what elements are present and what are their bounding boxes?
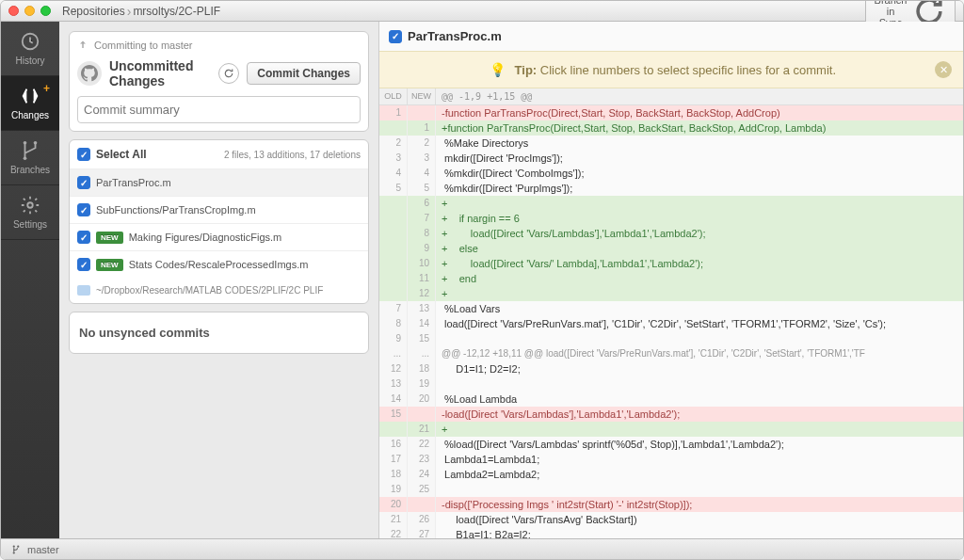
minimize-icon[interactable]	[24, 6, 35, 16]
unsynced-text: No unsynced commits	[79, 326, 210, 340]
maximize-icon[interactable]	[40, 6, 51, 16]
diff-body[interactable]: 1-function ParTransProc(Direct,Start, St…	[379, 105, 963, 538]
line-number-new[interactable]: 11	[408, 271, 436, 286]
line-number-old[interactable]: 8	[379, 316, 408, 331]
line-code: @@ -12,12 +18,11 @@ load([Direct 'Vars/P…	[436, 346, 963, 361]
sidebar-item-history[interactable]: History	[1, 22, 59, 76]
line-number-new[interactable]	[408, 105, 436, 120]
line-number-old[interactable]: 5	[379, 181, 408, 196]
select-all-checkbox[interactable]	[77, 148, 90, 161]
line-number-old[interactable]: 14	[379, 392, 408, 407]
line-number-old[interactable]	[379, 286, 408, 301]
line-number-new[interactable]: 1	[408, 120, 436, 136]
line-number-new[interactable]: 27	[408, 527, 436, 538]
breadcrumb-repo[interactable]: mrsoltys/2C-PLIF	[133, 5, 220, 18]
line-number-old[interactable]	[379, 196, 408, 211]
file-checkbox[interactable]	[77, 203, 90, 216]
plus-icon: +	[43, 82, 50, 95]
line-number-old[interactable]: 18	[379, 467, 408, 482]
line-number-old[interactable]: 4	[379, 166, 408, 181]
line-number-new[interactable]: ...	[408, 346, 436, 361]
file-checkbox[interactable]	[77, 176, 90, 189]
branch-name[interactable]: master	[27, 544, 59, 555]
col-old-label: OLD	[379, 88, 408, 104]
line-number-new[interactable]: 8	[408, 226, 436, 241]
file-checkbox[interactable]	[77, 258, 90, 271]
refresh-button[interactable]	[218, 63, 239, 84]
line-number-new[interactable]: 5	[408, 181, 436, 196]
line-number-new[interactable]: 18	[408, 361, 436, 376]
line-number-old[interactable]: 9	[379, 331, 408, 346]
file-row[interactable]: SubFunctions/ParTransCropImg.m	[70, 197, 368, 224]
file-checkbox[interactable]	[77, 231, 90, 244]
line-number-old[interactable]: ...	[379, 346, 408, 361]
close-tip-button[interactable]: ✕	[935, 61, 952, 78]
sidebar-item-label: Settings	[1, 219, 59, 230]
line-number-old[interactable]: 7	[379, 301, 408, 316]
line-number-new[interactable]: 22	[408, 437, 436, 452]
line-number-old[interactable]: 16	[379, 437, 408, 452]
diff-line: 33 mkdir([Direct 'ProcImgs']);	[379, 151, 963, 166]
line-number-new[interactable]: 7	[408, 211, 436, 226]
breadcrumb-root[interactable]: Repositories	[62, 5, 125, 18]
line-number-new[interactable]: 12	[408, 286, 436, 301]
line-number-new[interactable]: 25	[408, 482, 436, 497]
sidebar-item-branches[interactable]: Branches	[1, 131, 59, 185]
line-code: + end	[436, 271, 963, 286]
line-number-new[interactable]: 20	[408, 392, 436, 407]
diff-filename: ParTransProc.m	[408, 29, 502, 43]
line-number-new[interactable]: 2	[408, 136, 436, 151]
file-row[interactable]: ParTransProc.m	[70, 169, 368, 197]
line-number-new[interactable]: 24	[408, 467, 436, 482]
diff-line: 1824 Lambda2=Lambda2;	[379, 467, 963, 482]
line-number-new[interactable]: 10	[408, 256, 436, 271]
line-number-old[interactable]	[379, 211, 408, 226]
line-number-new[interactable]: 3	[408, 151, 436, 166]
line-number-old[interactable]	[379, 256, 408, 271]
line-number-old[interactable]	[379, 422, 408, 437]
line-number-new[interactable]: 23	[408, 452, 436, 467]
sidebar-item-settings[interactable]: Settings	[1, 185, 59, 240]
line-number-new[interactable]: 14	[408, 316, 436, 331]
line-number-new[interactable]: 6	[408, 196, 436, 211]
line-number-old[interactable]: 19	[379, 482, 408, 497]
line-number-new[interactable]	[408, 497, 436, 512]
diff-line: 11+ end	[379, 271, 963, 286]
sidebar-item-changes[interactable]: + Changes	[1, 76, 59, 131]
line-number-old[interactable]: 20	[379, 497, 408, 512]
commit-summary-input[interactable]	[77, 96, 361, 123]
file-row[interactable]: NEWStats Codes/RescaleProcessedImgs.m	[70, 251, 368, 278]
line-number-old[interactable]: 3	[379, 151, 408, 166]
line-number-new[interactable]: 19	[408, 376, 436, 392]
line-number-old[interactable]	[379, 241, 408, 256]
diff-line: 1723 Lambda1=Lambda1;	[379, 452, 963, 467]
close-icon[interactable]	[8, 6, 19, 16]
line-number-old[interactable]: 17	[379, 452, 408, 467]
line-number-old[interactable]: 21	[379, 512, 408, 527]
chevron-right-icon: ›	[127, 4, 132, 19]
line-number-new[interactable]: 9	[408, 241, 436, 256]
line-number-new[interactable]: 4	[408, 166, 436, 181]
line-number-old[interactable]: 15	[379, 407, 408, 422]
line-number-new[interactable]: 21	[408, 422, 436, 437]
line-number-old[interactable]	[379, 271, 408, 286]
diff-file-checkbox[interactable]	[389, 30, 402, 43]
commit-header-text: Committing to master	[94, 40, 193, 51]
diff-line: 15-load([Direct 'Vars/Lambdas'],'Lambda1…	[379, 407, 963, 422]
commit-button[interactable]: Commit Changes	[247, 62, 361, 85]
line-number-old[interactable]	[379, 226, 408, 241]
line-number-old[interactable]: 2	[379, 136, 408, 151]
line-number-new[interactable]	[408, 407, 436, 422]
svg-point-1	[24, 141, 27, 145]
diff-line: 1218 D1=I1; D2=I2;	[379, 361, 963, 376]
line-number-old[interactable]: 13	[379, 376, 408, 392]
line-number-old[interactable]: 12	[379, 361, 408, 376]
bulb-icon: 💡	[490, 62, 506, 77]
line-number-old[interactable]	[379, 120, 408, 136]
line-number-new[interactable]: 13	[408, 301, 436, 316]
line-number-new[interactable]: 15	[408, 331, 436, 346]
line-number-old[interactable]: 22	[379, 527, 408, 538]
line-number-old[interactable]: 1	[379, 105, 408, 120]
line-number-new[interactable]: 26	[408, 512, 436, 527]
file-row[interactable]: NEWMaking Figures/DiagnosticFigs.m	[70, 224, 368, 251]
